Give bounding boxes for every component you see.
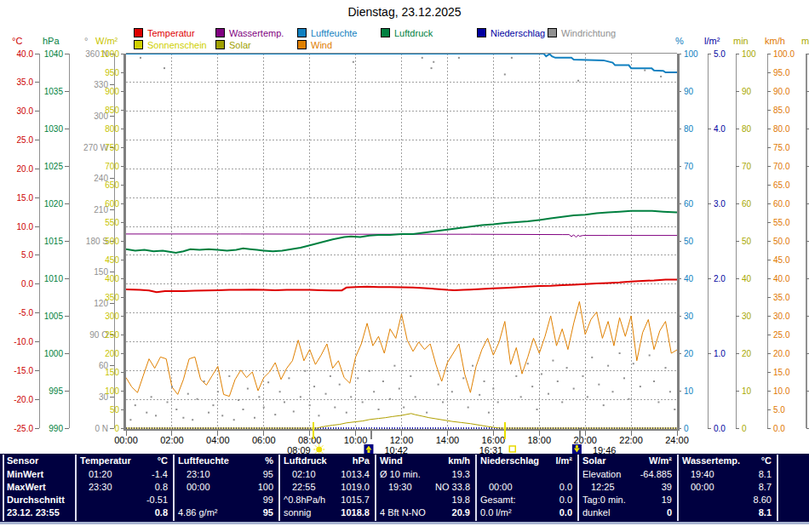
scatter-point-windrichtung — [164, 67, 165, 69]
axis-header-winddir: ° — [84, 36, 88, 46]
axis-tick-label-windspeed: 75.0 — [773, 143, 790, 152]
axis-header-pressure: hPa — [43, 36, 60, 46]
table-cell-value: 0.0 — [475, 482, 572, 493]
scatter-point-windrichtung — [536, 409, 538, 410]
scatter-point-windrichtung — [573, 388, 575, 390]
scatter-point-windrichtung — [334, 407, 336, 409]
scatter-point-windrichtung — [628, 398, 629, 400]
scatter-point-windrichtung — [313, 386, 315, 387]
axis-tick-label-solar: 600 — [105, 199, 119, 209]
table-col-unit: °C — [75, 455, 168, 466]
axis-tick-label-temp: 10.0 — [17, 222, 34, 232]
axis-tick-label-windspeed: 5.0 — [773, 405, 785, 415]
axis-tick-label-humidity: 30 — [684, 312, 694, 321]
sunset-sun-icon — [509, 446, 515, 452]
axis-tick-label-pressure: 1010 — [44, 274, 64, 283]
marker-time-label: 19:46 — [593, 445, 617, 454]
scatter-point-windrichtung — [488, 412, 490, 414]
table-row-label: MaxWert — [7, 482, 46, 493]
moon-down-arrow-stem-icon — [576, 445, 578, 449]
axis-tick-label-temp: 25.0 — [17, 135, 34, 145]
table-cell-value: 0.0 — [475, 495, 572, 506]
axis-tick-label-rain: 0.0 — [714, 424, 726, 433]
table-cell-value: 1015.7 — [278, 495, 370, 506]
axis-tick-label-rain: 5.0 — [714, 49, 726, 59]
table-cell-value: 19.8 — [375, 495, 470, 506]
axis-tick-label-sunshine: 30 — [742, 312, 752, 321]
scatter-point-windrichtung — [309, 404, 311, 406]
scatter-point-windrichtung — [393, 365, 395, 367]
scatter-point-windrichtung — [607, 365, 609, 367]
axis-tick-label-humidity: 90 — [684, 87, 694, 96]
axis-tick-label-windspeed: 10.0 — [773, 386, 790, 396]
axis-tick-label-windspeed: 45.0 — [773, 255, 790, 265]
axis-tick-label-solar: 100 — [105, 386, 119, 396]
table-cell-value: 100 — [173, 482, 273, 493]
axis-tick-label-solar: 300 — [105, 312, 119, 321]
x-axis-label: 08:00 — [298, 435, 322, 445]
scatter-point-windrichtung — [598, 384, 600, 386]
axis-tick-label-sunshine: 70 — [742, 162, 752, 171]
scatter-point-windrichtung — [511, 57, 513, 59]
axis-tick-label-solar: 150 — [105, 368, 119, 377]
axis-header-rain: l/m² — [704, 36, 720, 46]
axis-tick-label-sunshine: 10 — [742, 386, 752, 396]
plot-bottom-edge — [123, 429, 680, 431]
scatter-point-windrichtung — [325, 393, 327, 395]
scatter-point-windrichtung — [484, 380, 485, 382]
axis-tick-label-solar: 750 — [105, 143, 119, 152]
table-cell-value: -64.885 — [577, 469, 672, 480]
scatter-point-windrichtung — [171, 386, 173, 387]
scatter-point-windrichtung — [633, 363, 634, 364]
scatter-point-windrichtung — [619, 352, 621, 354]
axis-tick-label-windspeed: 60.0 — [773, 199, 790, 209]
table-cell-value: NO 33.8 — [375, 482, 470, 493]
scatter-point-windrichtung — [446, 370, 448, 372]
scatter-point-windrichtung — [433, 61, 434, 63]
scatter-point-windrichtung — [451, 391, 453, 392]
scatter-point-windrichtung — [653, 380, 655, 382]
axis-tick-label-temp: 40.0 — [17, 49, 34, 59]
scatter-point-windrichtung — [204, 380, 205, 382]
axis-tick-label-humidity: 0 — [684, 424, 689, 433]
table-cell-value: 1013.4 — [278, 469, 370, 480]
scatter-point-windrichtung — [640, 386, 641, 387]
axis-tick-label-solar: 800 — [105, 124, 119, 134]
axis-tick-label-windspeed: 55.0 — [773, 218, 790, 227]
scatter-point-windrichtung — [515, 375, 517, 377]
scatter-point-windrichtung — [263, 407, 265, 409]
marker-time-label: 10:42 — [384, 445, 408, 454]
x-axis-label: 20:00 — [573, 435, 597, 445]
sunrise-sun-icon — [316, 447, 322, 453]
scatter-point-windrichtung — [373, 391, 375, 392]
scatter-point-windrichtung — [649, 354, 651, 356]
table-cell-value: 0.0 — [475, 507, 572, 518]
axis-tick-label-solar: 700 — [105, 162, 119, 171]
scatter-point-windrichtung — [192, 419, 193, 420]
sun-ray-icon — [315, 445, 316, 446]
axis-tick-label-solar: 500 — [105, 237, 119, 246]
scatter-point-windrichtung — [175, 409, 177, 410]
scatter-point-windrichtung — [288, 377, 290, 379]
axis-tick-label-rain: 1.0 — [714, 349, 726, 358]
scatter-point-windrichtung — [140, 57, 141, 59]
scatter-point-windrichtung — [362, 401, 364, 403]
scatter-point-windrichtung — [382, 380, 384, 382]
axis-tick-label-windspeed: 70.0 — [773, 162, 790, 171]
axis-tick-label-humidity: 70 — [684, 162, 694, 171]
axis-tick-label-pressure: 1000 — [44, 349, 64, 358]
axis-tick-label-solar: 250 — [105, 330, 119, 340]
axis-header-temp: °C — [12, 36, 22, 46]
table-col-unit: km/h — [375, 455, 470, 466]
scatter-point-windrichtung — [552, 360, 554, 362]
scatter-point-windrichtung — [233, 419, 235, 420]
scatter-point-windrichtung — [274, 414, 276, 415]
axis-tick-label-windspeed: 100.0 — [773, 49, 795, 59]
axis-tick-label-pressure: 1025 — [44, 162, 64, 171]
axis-tick-label-pressure: 990 — [49, 424, 63, 433]
table-cell-value: 95 — [173, 469, 273, 480]
scatter-point-windrichtung — [378, 409, 380, 410]
table-header-sensor: Sensor — [7, 455, 38, 466]
scatter-point-windrichtung — [254, 417, 255, 419]
scatter-point-windrichtung — [135, 404, 136, 406]
